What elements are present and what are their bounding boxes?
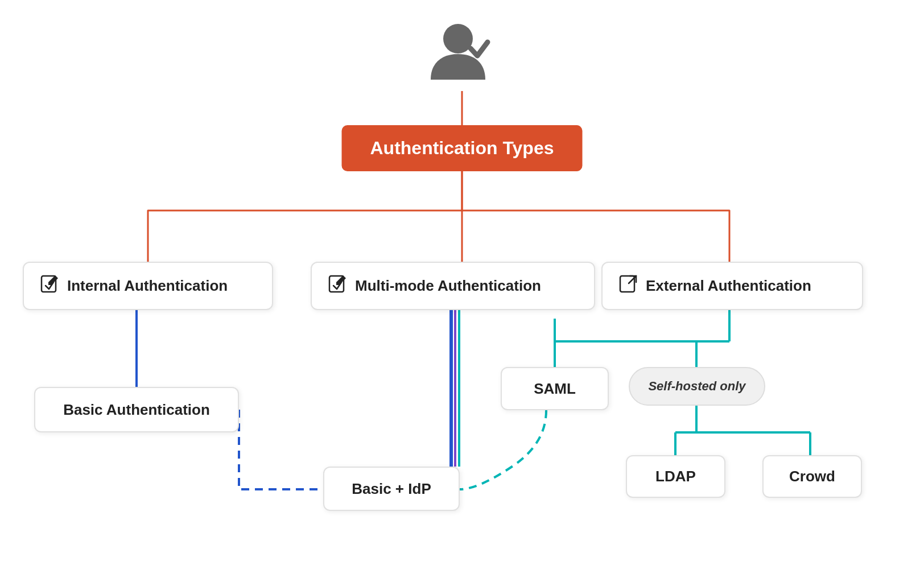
multimode-auth-node[interactable]: Multi-mode Authentication <box>311 262 595 310</box>
ldap-node[interactable]: LDAP <box>626 455 725 498</box>
diagram-container: Authentication Types Internal Authentica… <box>0 0 924 561</box>
auth-types-label: Authentication Types <box>370 138 554 158</box>
external-auth-label: External Authentication <box>646 277 811 295</box>
crowd-label: Crowd <box>789 468 835 485</box>
self-hosted-label: Self-hosted only <box>648 379 745 394</box>
ldap-label: LDAP <box>655 468 696 485</box>
saml-label: SAML <box>534 380 576 398</box>
svg-rect-11 <box>620 276 634 292</box>
saml-node[interactable]: SAML <box>501 367 609 410</box>
internal-auth-node[interactable]: Internal Authentication <box>23 262 273 310</box>
auth-types-box: Authentication Types <box>342 125 583 171</box>
user-icon <box>425 17 499 91</box>
basic-auth-label: Basic Authentication <box>63 401 210 419</box>
external-auth-icon <box>618 274 638 298</box>
multimode-auth-label: Multi-mode Authentication <box>355 277 541 295</box>
user-check-svg <box>425 17 499 91</box>
internal-auth-icon <box>40 274 59 298</box>
internal-auth-label: Internal Authentication <box>67 277 228 295</box>
basic-auth-node[interactable]: Basic Authentication <box>34 387 239 432</box>
basic-idp-label: Basic + IdP <box>352 480 431 498</box>
self-hosted-bubble: Self-hosted only <box>629 367 765 406</box>
external-auth-node[interactable]: External Authentication <box>601 262 863 310</box>
crowd-node[interactable]: Crowd <box>762 455 862 498</box>
multimode-auth-icon <box>328 274 347 298</box>
basic-idp-node[interactable]: Basic + IdP <box>323 467 460 511</box>
